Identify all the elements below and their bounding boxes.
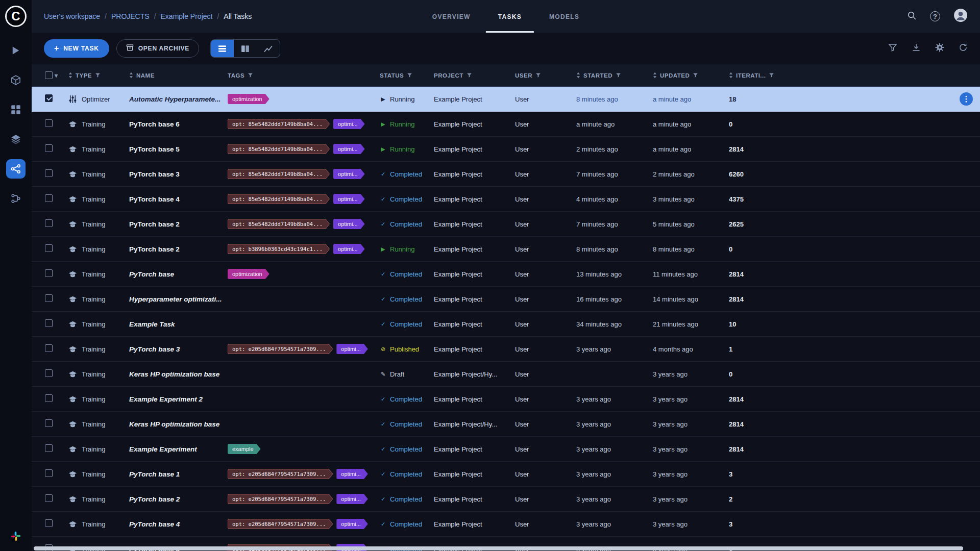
task-row[interactable]: TrainingHyperparameter optimizati...✓Com… (32, 287, 980, 312)
row-checkbox[interactable] (45, 244, 53, 252)
column-header-type[interactable]: TYPE (68, 72, 129, 79)
row-menu-button[interactable]: ⋮ (960, 92, 973, 106)
task-row[interactable]: TrainingKeras HP optimization base✓Compl… (32, 412, 980, 437)
select-all-checkbox[interactable] (45, 71, 53, 79)
column-header-tags[interactable]: TAGS (228, 72, 380, 79)
tab-tasks[interactable]: TASKS (486, 0, 534, 33)
charts-view-button[interactable] (257, 40, 280, 57)
new-task-button[interactable]: + NEW TASK (44, 39, 109, 58)
task-name[interactable]: PyTorch base 5 (129, 145, 228, 153)
row-checkbox[interactable] (45, 394, 53, 402)
sort-icon[interactable] (729, 72, 733, 79)
row-checkbox[interactable] (45, 119, 53, 127)
task-row[interactable]: TrainingPyTorch base 4opt: 85e5482ddd714… (32, 187, 980, 212)
breadcrumb-current[interactable]: All Tasks (224, 12, 252, 20)
row-checkbox[interactable] (45, 319, 53, 327)
row-checkbox[interactable] (45, 369, 53, 377)
column-header-iter[interactable]: ITERATI... (729, 72, 785, 79)
task-name[interactable]: PyTorch base 1 (129, 470, 228, 478)
chevron-down-icon[interactable]: ▾ (55, 72, 58, 79)
auto-refresh-icon[interactable] (959, 43, 968, 54)
task-name[interactable]: PyTorch base 3 (129, 170, 228, 178)
row-checkbox[interactable] (45, 94, 53, 102)
dashboard-icon[interactable] (6, 41, 26, 60)
row-checkbox[interactable] (45, 419, 53, 427)
task-name[interactable]: PyTorch base 6 (129, 120, 228, 128)
task-name[interactable]: Keras HP optimization base (129, 370, 228, 378)
row-checkbox[interactable] (45, 144, 53, 152)
split-view-button[interactable] (234, 40, 257, 57)
task-row[interactable]: TrainingKeras HP optimization base✎Draft… (32, 362, 980, 387)
row-checkbox[interactable] (45, 169, 53, 177)
task-name[interactable]: PyTorch base (129, 270, 228, 278)
task-row[interactable]: TrainingPyTorch base 6opt: 85e5482ddd714… (32, 112, 980, 137)
download-icon[interactable] (912, 43, 921, 54)
task-row[interactable]: TrainingExample Task✓CompletedExample Pr… (32, 312, 980, 337)
task-name[interactable]: PyTorch base 2 (129, 245, 228, 253)
row-checkbox[interactable] (45, 519, 53, 527)
task-name[interactable]: Hyperparameter optimizati... (129, 295, 228, 303)
scrollbar-thumb[interactable] (34, 546, 963, 550)
open-archive-button[interactable]: OPEN ARCHIVE (116, 39, 200, 58)
column-header-status[interactable]: STATUS (380, 72, 434, 79)
search-icon[interactable] (907, 11, 917, 22)
task-name[interactable]: PyTorch base 2 (129, 220, 228, 228)
table-view-button[interactable] (211, 40, 234, 57)
task-name[interactable]: PyTorch base 3 (129, 345, 228, 353)
datasets-icon[interactable] (6, 70, 26, 90)
slack-icon[interactable] (10, 531, 21, 544)
task-row[interactable]: TrainingExample Experiment 2✓CompletedEx… (32, 387, 980, 412)
filter-icon[interactable] (407, 72, 412, 78)
row-checkbox[interactable] (45, 444, 53, 452)
breadcrumb-workspace[interactable]: User's workspace (44, 12, 100, 20)
pipelines-icon[interactable] (6, 189, 26, 208)
row-checkbox[interactable] (45, 269, 53, 277)
reports-icon[interactable] (6, 100, 26, 119)
row-checkbox[interactable] (45, 494, 53, 502)
clearml-logo[interactable]: C (0, 0, 32, 33)
user-avatar[interactable] (953, 8, 968, 24)
task-row[interactable]: TrainingPyTorch base 3opt: 85e5482ddd714… (32, 162, 980, 187)
sort-icon[interactable] (576, 72, 580, 79)
row-checkbox[interactable] (45, 344, 53, 352)
task-name[interactable]: Example Experiment 2 (129, 395, 228, 403)
column-header-select[interactable]: ▾ (32, 71, 68, 79)
filter-icon[interactable] (616, 72, 621, 78)
filter-icon[interactable] (888, 43, 897, 54)
filter-icon[interactable] (693, 72, 698, 78)
settings-gear-icon[interactable] (935, 43, 944, 54)
projects-icon[interactable] (6, 130, 26, 149)
task-row[interactable]: TrainingPyTorch base 2opt: e205d684f7954… (32, 487, 980, 512)
filter-icon[interactable] (467, 72, 472, 78)
row-checkbox[interactable] (45, 469, 53, 477)
sort-icon[interactable] (653, 72, 657, 79)
column-header-name[interactable]: NAME (129, 72, 228, 79)
sort-icon[interactable] (68, 72, 72, 79)
experiments-icon[interactable] (6, 159, 26, 179)
filter-icon[interactable] (535, 72, 541, 78)
filter-icon[interactable] (248, 72, 253, 78)
help-icon[interactable]: ? (930, 11, 940, 21)
filter-icon[interactable] (95, 72, 101, 78)
row-checkbox[interactable] (45, 294, 53, 302)
task-row[interactable]: TrainingPyTorch base 1opt: e205d684f7954… (32, 462, 980, 487)
task-name[interactable]: Keras HP optimization base (129, 420, 228, 428)
task-row[interactable]: TrainingPyTorch base 2opt: 85e5482ddd714… (32, 212, 980, 237)
filter-icon[interactable] (769, 72, 774, 78)
row-checkbox[interactable] (45, 219, 53, 227)
column-header-project[interactable]: PROJECT (434, 72, 515, 79)
task-row[interactable]: TrainingPyTorch base 4opt: e205d684f7954… (32, 512, 980, 537)
task-row[interactable]: TrainingPyTorch base 5opt: 85e5482ddd714… (32, 137, 980, 162)
tab-models[interactable]: MODELS (537, 0, 592, 33)
task-row[interactable]: TrainingExample Experimentexample✓Comple… (32, 437, 980, 462)
task-row[interactable]: OptimizerAutomatic Hyperparamete...optim… (32, 87, 980, 112)
sort-icon[interactable] (129, 72, 133, 79)
column-header-updated[interactable]: UPDATED (653, 72, 729, 79)
task-row[interactable]: TrainingPyTorch baseoptimization✓Complet… (32, 262, 980, 287)
tab-overview[interactable]: OVERVIEW (420, 0, 483, 33)
row-checkbox[interactable] (45, 194, 53, 202)
column-header-user[interactable]: USER (515, 72, 576, 79)
task-row[interactable]: TrainingPyTorch base 2opt: b3896b0363cd4… (32, 237, 980, 262)
breadcrumb-projects[interactable]: PROJECTS (111, 12, 150, 20)
column-header-started[interactable]: STARTED (576, 72, 653, 79)
